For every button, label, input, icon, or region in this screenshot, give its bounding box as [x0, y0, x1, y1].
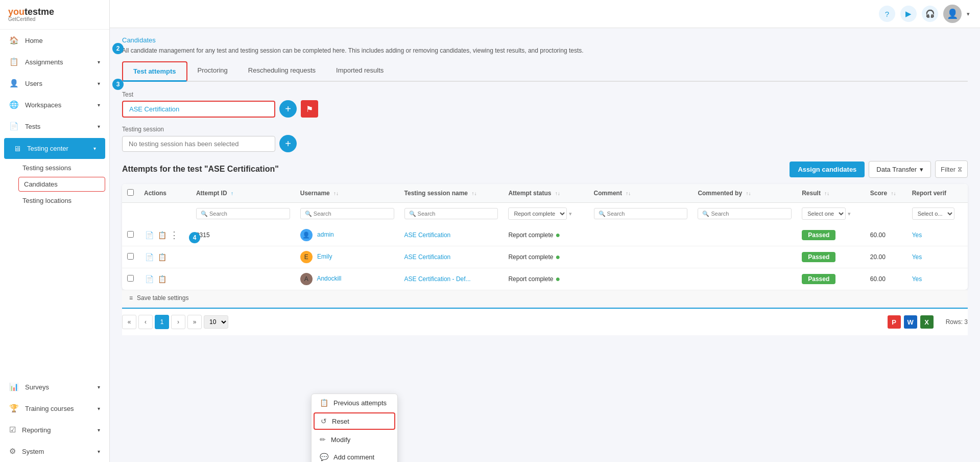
row2-session: ASE Certification: [399, 246, 504, 268]
sidebar-item-users[interactable]: 👤 Users ▾: [0, 73, 109, 94]
play-icon[interactable]: ▶: [900, 6, 917, 22]
table-actions: Assign candidates Data Transfer ▾ Filter…: [790, 160, 968, 178]
sidebar-item-tests[interactable]: 📄 Tests ▾: [0, 115, 109, 137]
row1-checkbox[interactable]: [127, 231, 134, 238]
page-1-button[interactable]: 1: [155, 315, 169, 329]
tab-rescheduling[interactable]: Rescheduling requests: [238, 61, 326, 82]
testing-session-input[interactable]: [122, 136, 275, 152]
row1-username-link[interactable]: admin: [317, 231, 334, 238]
export-excel-button[interactable]: X: [920, 315, 934, 329]
row2-username-link[interactable]: Emily: [317, 253, 332, 260]
col-session-name[interactable]: Testing session name ↑↓: [399, 184, 504, 203]
filter-icon: ⧖: [958, 165, 962, 173]
first-page-button[interactable]: «: [122, 315, 136, 329]
tab-proctoring[interactable]: Proctoring: [187, 61, 238, 82]
search-attempt-id-input[interactable]: [196, 208, 290, 219]
row2-doc2-icon[interactable]: 📋: [157, 252, 168, 262]
headset-icon[interactable]: 🎧: [922, 6, 938, 22]
col-comment[interactable]: Comment ↑↓: [589, 184, 693, 203]
chevron-down-icon: ▾: [98, 59, 100, 65]
filter-test-button[interactable]: ⚑: [301, 100, 318, 118]
next-page-button[interactable]: ›: [171, 315, 185, 329]
status-filter-select[interactable]: Report complete: [508, 207, 567, 220]
col-commented-by[interactable]: Commented by ↑↓: [692, 184, 797, 203]
row1-status: Report complete ●: [503, 224, 588, 246]
sidebar-item-label: Users: [25, 80, 42, 87]
chevron-down-icon: ▾: [98, 81, 100, 86]
search-commentedby-input[interactable]: [698, 208, 792, 219]
row1-attempt-id: 8315: [191, 224, 295, 246]
row3-session-link[interactable]: ASE Certification - Def...: [404, 275, 471, 283]
sidebar-item-reporting[interactable]: ☑ Reporting ▾: [0, 419, 109, 441]
sidebar-item-workspaces[interactable]: 🌐 Workspaces ▾: [0, 94, 109, 115]
ctx-previous-attempts[interactable]: 📋 Previous attempts: [312, 394, 397, 411]
row2-session-link[interactable]: ASE Certification: [404, 253, 451, 261]
row2-verif-link[interactable]: Yes: [912, 253, 922, 261]
test-input[interactable]: [122, 101, 275, 118]
row3-doc2-icon[interactable]: 📋: [157, 274, 168, 284]
row3-checkbox[interactable]: [127, 275, 134, 282]
row1-more-button[interactable]: ⋮: [170, 229, 179, 241]
row3-username-link[interactable]: Andockill: [317, 275, 341, 282]
assign-candidates-button[interactable]: Assign candidates: [790, 161, 865, 177]
rows-per-page-select[interactable]: 10 25 50: [204, 315, 228, 329]
filter-button[interactable]: Filter ⧖: [935, 160, 968, 178]
save-settings-label[interactable]: Save table settings: [137, 294, 188, 302]
sidebar-item-testing-locations[interactable]: Testing locations: [0, 193, 109, 209]
reportverif-filter-select[interactable]: Select o...: [912, 207, 954, 220]
search-session-input[interactable]: [404, 208, 498, 219]
logo: youtestme GetCertified: [8, 7, 54, 22]
avatar[interactable]: 👤: [943, 5, 962, 23]
row1-verif-link[interactable]: Yes: [912, 232, 922, 239]
col-attempt-status[interactable]: Attempt status ↑↓: [503, 184, 588, 203]
ctx-modify[interactable]: ✏ Modify: [312, 431, 397, 448]
row1-doc-icon[interactable]: 📄: [144, 230, 155, 240]
tab-test-attempts[interactable]: Test attempts: [122, 61, 187, 82]
sidebar-item-candidates[interactable]: Candidates: [18, 177, 105, 192]
row2-status: Report complete ●: [503, 246, 588, 268]
col-attempt-id[interactable]: Attempt ID ↑: [191, 184, 295, 203]
sidebar-item-home[interactable]: 🏠 Home: [0, 30, 109, 51]
last-page-button[interactable]: »: [187, 315, 202, 329]
tab-imported[interactable]: Imported results: [326, 61, 394, 82]
sidebar-item-assignments[interactable]: 📋 Assignments ▾: [0, 51, 109, 73]
search-actions: [139, 203, 191, 225]
row1-doc2-icon[interactable]: 📋: [157, 230, 168, 240]
col-username[interactable]: Username ↑↓: [295, 184, 399, 203]
add-session-button[interactable]: +: [279, 135, 297, 152]
row1-session-link[interactable]: ASE Certification: [404, 232, 451, 239]
result-filter-select[interactable]: Select one Passed Failed: [802, 207, 846, 220]
ctx-reset[interactable]: ↺ Reset: [314, 412, 395, 430]
search-comment-input[interactable]: [594, 208, 688, 219]
data-transfer-button[interactable]: Data Transfer ▾: [869, 161, 931, 178]
row3-status-text: Report complete: [508, 275, 553, 283]
help-icon[interactable]: ?: [879, 6, 895, 22]
export-pdf-button[interactable]: P: [888, 315, 901, 329]
export-word-button[interactable]: W: [904, 315, 917, 329]
row3-verif-link[interactable]: Yes: [912, 275, 922, 283]
avatar-dropdown-icon[interactable]: ▾: [967, 11, 970, 17]
row2-status-dot: ●: [555, 252, 560, 262]
search-username-input[interactable]: [300, 208, 394, 219]
col-result[interactable]: Result ↑↓: [797, 184, 865, 203]
add-comment-icon: 💬: [320, 453, 328, 461]
ctx-add-comment[interactable]: 💬 Add comment: [312, 448, 397, 462]
sidebar-item-testing-sessions[interactable]: Testing sessions: [0, 160, 109, 176]
sidebar-item-surveys[interactable]: 📊 Surveys ▾: [0, 376, 109, 398]
sidebar-item-system[interactable]: ⚙ System ▾: [0, 441, 109, 462]
breadcrumb[interactable]: Candidates: [122, 36, 968, 44]
col-score[interactable]: Score ↑↓: [865, 184, 907, 203]
sidebar-item-training-courses[interactable]: 🏆 Training courses ▾: [0, 398, 109, 419]
select-all-checkbox[interactable]: [127, 189, 134, 196]
row3-doc-icon[interactable]: 📄: [144, 274, 155, 284]
row2-checkbox[interactable]: [127, 253, 134, 260]
add-test-button[interactable]: +: [279, 100, 297, 118]
users-icon: 👤: [9, 79, 19, 88]
row2-doc-icon[interactable]: 📄: [144, 252, 155, 262]
step-badge-3: 3: [112, 79, 124, 90]
prev-page-button[interactable]: ‹: [138, 315, 153, 329]
sidebar-item-testing-center[interactable]: 🖥 Testing center ▾: [4, 138, 105, 159]
sidebar-item-label: Training courses: [25, 405, 74, 412]
row1-username: 👤 admin: [295, 224, 399, 246]
col-report-verif[interactable]: Report verif: [907, 184, 968, 203]
